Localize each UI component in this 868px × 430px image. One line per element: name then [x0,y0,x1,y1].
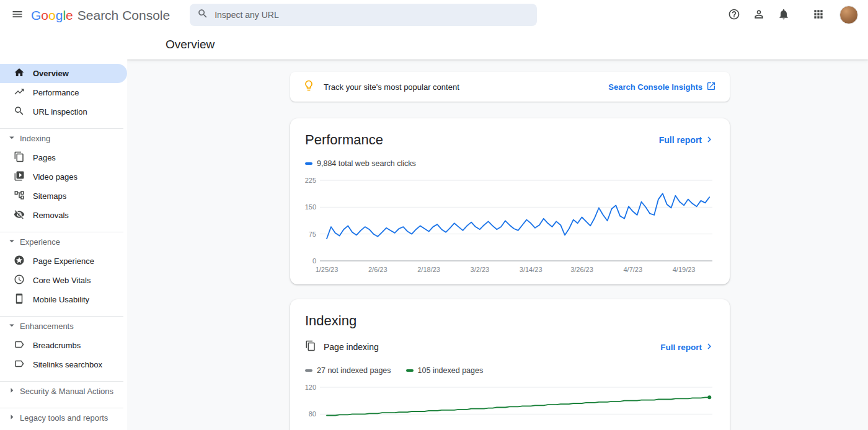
chevron-down-icon [6,235,17,248]
performance-full-report-link[interactable]: Full report [659,134,715,147]
svg-text:3/14/23: 3/14/23 [520,266,542,273]
sidebar-section-label: Enhancements [20,322,74,331]
sidebar-item-removals[interactable]: Removals [0,206,127,225]
svg-text:2/18/23: 2/18/23 [417,266,440,273]
svg-text:1/25/23: 1/25/23 [316,266,339,273]
home-icon [14,67,25,80]
svg-text:75: 75 [309,230,316,238]
svg-text:80: 80 [309,410,316,418]
chevron-down-icon [6,320,17,333]
svg-text:3/26/23: 3/26/23 [570,266,593,273]
sidebar: Overview Performance URL inspection Inde… [0,30,127,430]
sidebar-section-enhancements[interactable]: Enhancements [0,317,127,336]
content-area: Track your site's most popular content S… [127,59,868,430]
pages-icon [305,340,316,354]
sidebar-item-sitelinks-searchbox[interactable]: Sitelinks searchbox [0,355,127,374]
account-settings-button[interactable] [746,2,771,27]
video-pages-icon [14,170,25,183]
sidebar-section-label: Indexing [20,134,50,143]
main-area: Overview Track your site's most popular … [127,30,868,430]
search-input[interactable] [215,10,529,20]
performance-card-header: Performance Full report [305,132,715,148]
logo-letter: G [31,9,41,22]
sitemap-tree-icon [14,190,25,203]
logo-letter: o [48,9,56,22]
sidebar-item-label: Sitelinks searchbox [33,360,102,369]
sidebar-item-label: Breadcrumbs [33,341,81,350]
not-indexed-legend-item: 27 not indexed pages [305,366,391,375]
url-inspect-searchbox[interactable] [190,4,537,26]
svg-text:4/19/23: 4/19/23 [673,266,696,273]
clock-icon [14,274,25,287]
sidebar-section-label: Experience [20,237,60,247]
indexing-full-report-link[interactable]: Full report [660,341,715,354]
sidebar-item-label: Core Web Vitals [33,276,91,285]
performance-card-title: Performance [305,132,383,148]
sidebar-item-sitemaps[interactable]: Sitemaps [0,186,127,206]
open-in-new-icon [706,81,716,93]
sidebar-item-label: Performance [33,88,79,97]
sidebar-section-experience[interactable]: Experience [0,232,127,252]
product-name: Search Console [78,9,170,22]
chevron-right-icon [704,341,715,354]
sidebar-item-core-web-vitals[interactable]: Core Web Vitals [0,271,127,290]
avatar[interactable] [839,6,858,24]
google-apps-button[interactable] [806,2,831,27]
help-button[interactable] [722,2,746,27]
svg-text:2/6/23: 2/6/23 [368,266,388,273]
label-tag-icon [14,358,25,371]
insights-banner-text: Track your site's most popular content [324,82,459,92]
svg-text:225: 225 [305,177,316,184]
sidebar-item-performance[interactable]: Performance [0,83,127,102]
menu-button[interactable] [5,2,30,27]
hamburger-menu-icon [11,8,24,22]
full-report-label: Full report [659,135,702,145]
bell-icon [777,8,790,22]
sidebar-section-label: Legacy tools and reports [20,413,108,423]
magnifier-icon [14,105,25,118]
pages-icon [14,151,25,164]
sidebar-item-label: Video pages [33,172,78,182]
indexing-card-header: Indexing [305,313,715,329]
person-icon [753,8,765,22]
notifications-button[interactable] [771,2,796,27]
not-indexed-legend-marker [305,369,312,372]
sidebar-section-indexing[interactable]: Indexing [0,129,127,148]
app-root: G o o g l e Search Console [0,0,868,430]
svg-text:3/2/23: 3/2/23 [471,266,490,273]
svg-text:4/7/23: 4/7/23 [623,266,642,273]
top-app-bar: G o o g l e Search Console [0,0,868,30]
clicks-legend-marker [305,162,312,165]
indexing-card: Indexing Page indexing Full report [290,299,730,430]
sidebar-section-security-manual-actions[interactable]: Security & Manual Actions [0,382,127,401]
sidebar-section-legacy-tools[interactable]: Legacy tools and reports [0,408,127,428]
sidebar-item-label: Removals [33,211,69,220]
sidebar-item-overview[interactable]: Overview [0,64,127,83]
sidebar-item-page-experience[interactable]: Page Experience [0,252,127,271]
page-indexing-label: Page indexing [324,342,379,352]
svg-text:150: 150 [305,203,316,211]
sidebar-item-video-pages[interactable]: Video pages [0,167,127,186]
chevron-right-icon [704,134,715,147]
sidebar-item-url-inspection[interactable]: URL inspection [0,102,127,121]
sidebar-item-breadcrumbs[interactable]: Breadcrumbs [0,336,127,355]
clicks-legend-label: 9,884 total web search clicks [317,159,416,168]
indexing-chart: 04080120 [305,381,727,430]
sidebar-item-mobile-usability[interactable]: Mobile Usability [0,290,127,309]
sidebar-section-label: Security & Manual Actions [20,387,113,396]
logo-letter: g [56,9,63,22]
star-circle-icon [14,255,25,268]
sidebar-item-label: URL inspection [33,107,87,116]
indexing-legend: 27 not indexed pages 105 indexed pages [305,366,715,375]
svg-text:0: 0 [312,257,316,265]
body-row: Overview Performance URL inspection Inde… [0,30,868,430]
indexed-legend-label: 105 indexed pages [418,366,484,375]
sidebar-item-label: Overview [33,69,69,78]
apps-grid-icon [812,8,825,22]
product-logo[interactable]: G o o g l e Search Console [31,9,170,22]
search-console-insights-link[interactable]: Search Console Insights [608,81,716,93]
performance-card: Performance Full report 9,884 total web … [290,118,730,284]
topbar-actions [722,2,861,27]
smartphone-icon [14,293,25,306]
sidebar-item-pages[interactable]: Pages [0,148,127,167]
